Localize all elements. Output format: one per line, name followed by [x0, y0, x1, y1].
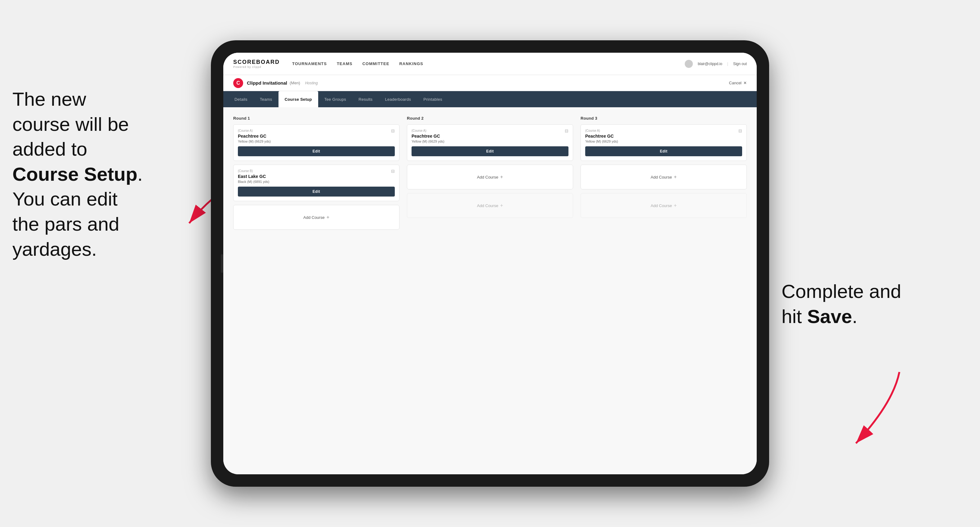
tablet-device: SCOREBOARD Powered by clippd TOURNAMENTS… [211, 40, 769, 487]
tab-details[interactable]: Details [228, 91, 254, 107]
round3-add-course-disabled-text: Add Course + [651, 203, 677, 208]
round1-course-b-name: East Lake GC [238, 174, 395, 179]
avatar [685, 60, 693, 68]
round2-add-course-disabled: Add Course + [407, 193, 573, 218]
tab-tee-groups[interactable]: Tee Groups [318, 91, 352, 107]
tablet-side-button [221, 254, 223, 273]
logo-area: SCOREBOARD Powered by clippd [233, 59, 280, 68]
tournament-logo: C [233, 78, 243, 88]
round2-course-a-name: Peachtree GC [412, 133, 568, 138]
tablet-screen: SCOREBOARD Powered by clippd TOURNAMENTS… [223, 53, 757, 474]
round2-course-a-label: (Course A) [412, 129, 568, 132]
round-3-column: Round 3 (Course A) Peachtree GC Yellow (… [581, 116, 747, 233]
tab-course-setup[interactable]: Course Setup [278, 91, 318, 107]
arrow-right-icon [813, 366, 918, 459]
tab-results[interactable]: Results [352, 91, 379, 107]
tab-leaderboards[interactable]: Leaderboards [379, 91, 417, 107]
round3-course-a-label: (Course A) [585, 129, 742, 132]
round2-add-course-button[interactable]: Add Course + [407, 165, 573, 189]
rounds-grid: Round 1 (Course A) Peachtree GC Yellow (… [233, 116, 747, 233]
round1-course-a-label: (Course A) [238, 129, 395, 132]
round3-add-course-disabled: Add Course + [581, 193, 747, 218]
round2-add-course-disabled-text: Add Course + [477, 203, 503, 208]
round2-course-a-details: Yellow (M) (6629 yds) [412, 140, 568, 143]
round-2-title: Round 2 [407, 116, 573, 121]
round-3-title: Round 3 [581, 116, 747, 121]
round1-add-course-text: Add Course + [303, 214, 329, 220]
round3-course-a-name: Peachtree GC [585, 133, 742, 138]
tab-teams[interactable]: Teams [254, 91, 278, 107]
tournament-name: Clippd Invitational [247, 80, 287, 86]
round2-course-a-edit-button[interactable]: Edit [412, 146, 568, 156]
tournament-status: Hosting [305, 81, 318, 85]
logo-scoreboard: SCOREBOARD [233, 59, 280, 65]
round1-course-a-card: (Course A) Peachtree GC Yellow (M) (6629… [233, 124, 399, 161]
pipe-divider: | [727, 62, 728, 66]
user-email: blair@clippd.io [698, 62, 722, 66]
round3-add-course-button[interactable]: Add Course + [581, 165, 747, 189]
cancel-button[interactable]: Cancel ✕ [729, 81, 747, 85]
round1-course-b-details: Black (M) (6891 yds) [238, 180, 395, 184]
logo-sub: Powered by clippd [233, 65, 280, 68]
annotation-left: The new course will be added to Course S… [13, 87, 192, 262]
round3-course-a-card: (Course A) Peachtree GC Yellow (M) (6629… [581, 124, 747, 161]
round3-course-a-details: Yellow (M) (6629 yds) [585, 140, 742, 143]
round3-course-a-edit-button[interactable]: Edit [585, 146, 742, 156]
round-2-column: Round 2 (Course A) Peachtree GC Yellow (… [407, 116, 573, 233]
round2-course-a-delete-icon[interactable]: ⊟ [563, 128, 570, 134]
tabs-bar: Details Teams Course Setup Tee Groups Re… [223, 91, 757, 107]
round3-add-course-text: Add Course + [651, 174, 677, 180]
round1-course-b-label: (Course B) [238, 169, 395, 173]
round1-course-b-delete-icon[interactable]: ⊟ [390, 168, 396, 174]
round3-course-a-delete-icon[interactable]: ⊟ [737, 128, 743, 134]
nav-tournaments[interactable]: TOURNAMENTS [292, 60, 327, 67]
round1-course-b-card: (Course B) East Lake GC Black (M) (6891 … [233, 165, 399, 201]
nav-committee[interactable]: COMMITTEE [362, 60, 389, 67]
tournament-type: (Men) [290, 81, 300, 85]
round1-course-a-delete-icon[interactable]: ⊟ [390, 128, 396, 134]
nav-teams[interactable]: TEAMS [337, 60, 353, 67]
top-nav: SCOREBOARD Powered by clippd TOURNAMENTS… [223, 53, 757, 75]
tournament-bar: C Clippd Invitational (Men) Hosting Canc… [223, 75, 757, 91]
round-1-column: Round 1 (Course A) Peachtree GC Yellow (… [233, 116, 399, 233]
round1-add-course-button[interactable]: Add Course + [233, 205, 399, 230]
round2-add-course-text: Add Course + [477, 174, 503, 180]
round2-course-a-card: (Course A) Peachtree GC Yellow (M) (6629… [407, 124, 573, 161]
round-1-title: Round 1 [233, 116, 399, 121]
tab-printables[interactable]: Printables [417, 91, 449, 107]
sign-out-link[interactable]: Sign out [733, 62, 747, 66]
nav-links: TOURNAMENTS TEAMS COMMITTEE RANKINGS [292, 60, 685, 67]
annotation-right: Complete and hit Save. [781, 279, 924, 329]
round1-course-a-edit-button[interactable]: Edit [238, 146, 395, 156]
round1-course-a-details: Yellow (M) (6629 yds) [238, 140, 395, 143]
round1-course-b-edit-button[interactable]: Edit [238, 187, 395, 197]
nav-rankings[interactable]: RANKINGS [399, 60, 423, 67]
round1-course-a-name: Peachtree GC [238, 133, 395, 138]
main-content: Round 1 (Course A) Peachtree GC Yellow (… [223, 107, 757, 474]
nav-right: blair@clippd.io | Sign out [685, 60, 747, 68]
